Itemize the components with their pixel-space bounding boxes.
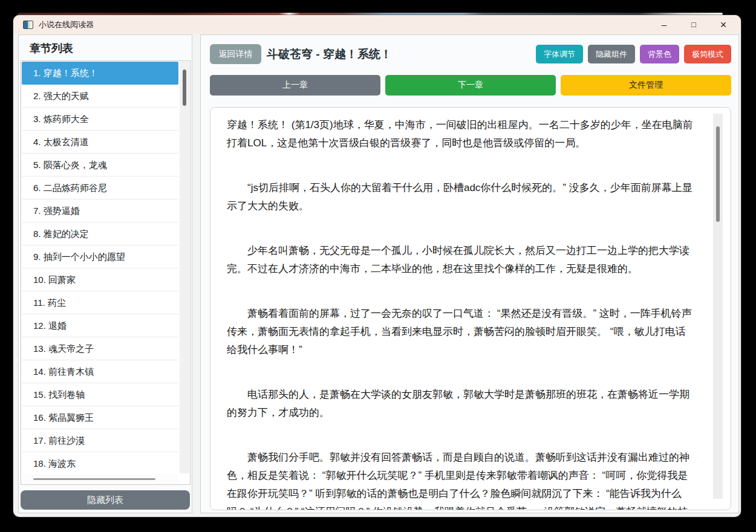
chapter-item[interactable]: 7. 强势逼婚 — [22, 199, 178, 222]
chapter-list-items: 1. 穿越！系统！2. 强大的天赋3. 炼药师大全4. 太极玄清道5. 陨落心炎… — [22, 62, 178, 475]
reader-panel: 返回详情 斗破苍穹 - 穿越！系统！ 字体调节 隐藏组件 背景色 极简模式 上一… — [200, 34, 739, 513]
chapter-item[interactable]: 2. 强大的天赋 — [22, 85, 178, 108]
chapter-item[interactable]: 13. 魂天帝之子 — [22, 337, 178, 360]
prev-chapter-button[interactable]: 上一章 — [210, 75, 380, 96]
chapter-item[interactable]: 10. 回萧家 — [22, 268, 178, 291]
chapter-item[interactable]: 11. 药尘 — [22, 291, 178, 314]
reader-scrollbar[interactable] — [713, 114, 723, 499]
chapter-navigation: 上一章 下一章 文件管理 — [210, 75, 731, 96]
titlebar[interactable]: 小说在线阅读器 – □ × — [13, 15, 741, 34]
chapter-text: 穿越！系统！ (第1/3页)地球，华夏，中海市，一间破旧的出租屋内。一名二十多岁… — [227, 116, 696, 510]
paragraph: 萧畅看着面前的屏幕，过了一会无奈的叹了一口气道： “果然还是没有晋级。” 这时，… — [227, 305, 696, 359]
sidebar-heading: 章节列表 — [30, 41, 192, 56]
window-title: 小说在线阅读器 — [39, 19, 94, 30]
close-button[interactable]: × — [717, 18, 730, 31]
chapter-item[interactable]: 14. 前往青木镇 — [22, 360, 178, 383]
chapter-item[interactable]: 1. 穿越！系统！ — [22, 62, 178, 85]
chapter-item[interactable]: 8. 雅妃的决定 — [22, 222, 178, 245]
chapter-item[interactable]: 9. 抽到一个小小的愿望 — [22, 245, 178, 268]
paragraph: 少年名叫萧畅，无父无母是一个孤儿，小时候在孤儿院长大，然后又一边打工一边上学的把… — [227, 242, 696, 278]
chapter-list-vertical-scrollbar[interactable] — [180, 62, 189, 473]
minimal-mode-button[interactable]: 极简模式 — [684, 45, 731, 63]
reading-area[interactable]: 穿越！系统！ (第1/3页)地球，华夏，中海市，一间破旧的出租屋内。一名二十多岁… — [210, 107, 731, 510]
chapter-list-horizontal-scrollbar[interactable] — [22, 474, 178, 484]
toolbar-actions: 字体调节 隐藏组件 背景色 极简模式 — [536, 45, 731, 63]
chapter-item[interactable]: 12. 退婚 — [22, 314, 178, 337]
chapter-list: 1. 穿越！系统！2. 强大的天赋3. 炼药师大全4. 太极玄清道5. 陨落心炎… — [21, 60, 191, 485]
reader-scrollbar-thumb[interactable] — [716, 126, 720, 222]
chapter-title: 斗破苍穹 - 穿越！系统！ — [267, 47, 536, 62]
chapter-list-vertical-scrollbar-thumb[interactable] — [183, 70, 186, 106]
paragraph: 穿越！系统！ (第1/3页)地球，华夏，中海市，一间破旧的出租屋内。一名二十多岁… — [227, 116, 696, 152]
app-window: 小说在线阅读器 – □ × 章节列表 1. 穿越！系统！2. 强大的天赋3. 炼… — [13, 15, 741, 517]
chapter-item[interactable]: 15. 找到卷轴 — [22, 383, 178, 406]
window-body: 章节列表 1. 穿越！系统！2. 强大的天赋3. 炼药师大全4. 太极玄清道5.… — [13, 34, 741, 517]
chapter-item[interactable]: 3. 炼药师大全 — [22, 108, 178, 131]
paragraph: 萧畅我们分手吧。郭敏并没有回答萧畅话，而是自顾自的说道。萧畅听到这话并没有漏出难… — [227, 449, 696, 510]
chapter-item[interactable]: 16. 紫晶翼狮王 — [22, 406, 178, 429]
maximize-button[interactable]: □ — [687, 18, 700, 31]
file-manager-button[interactable]: 文件管理 — [561, 75, 731, 96]
next-chapter-button[interactable]: 下一章 — [385, 75, 556, 96]
sidebar: 章节列表 1. 穿越！系统！2. 强大的天赋3. 炼药师大全4. 太极玄清道5.… — [18, 34, 192, 513]
back-to-details-button[interactable]: 返回详情 — [210, 44, 261, 64]
chapter-item[interactable]: 18. 海波东 — [22, 452, 178, 475]
background-color-button[interactable]: 背景色 — [640, 45, 679, 63]
hide-list-button[interactable]: 隐藏列表 — [21, 490, 190, 510]
hide-widgets-button[interactable]: 隐藏组件 — [588, 45, 635, 63]
chapter-list-horizontal-scrollbar-thumb[interactable] — [33, 478, 155, 480]
chapter-item[interactable]: 5. 陨落心炎，龙魂 — [22, 154, 178, 177]
paragraph: “js切后排啊，石头人你的大留着干什么用，卧槽adc你什么时候死的。” 没多久，… — [227, 179, 696, 215]
window-controls: – □ × — [657, 18, 730, 31]
chapter-item[interactable]: 4. 太极玄清道 — [22, 131, 178, 154]
chapter-item[interactable]: 6. 二品炼药师谷尼 — [22, 177, 178, 199]
desktop-background: 小说在线阅读器 – □ × 章节列表 1. 穿越！系统！2. 强大的天赋3. 炼… — [0, 0, 756, 532]
reader-toolbar: 返回详情 斗破苍穹 - 穿越！系统！ 字体调节 隐藏组件 背景色 极简模式 — [210, 44, 731, 64]
font-adjust-button[interactable]: 字体调节 — [536, 45, 583, 63]
app-icon — [23, 21, 33, 29]
chapter-item[interactable]: 17. 前往沙漠 — [22, 429, 178, 452]
paragraph: 电话那头的人，是萧畅在大学谈的女朋友郭敏，郭敏大学时是萧畅那班的班花，在萧畅将近… — [227, 386, 696, 422]
minimize-button[interactable]: – — [657, 18, 671, 31]
